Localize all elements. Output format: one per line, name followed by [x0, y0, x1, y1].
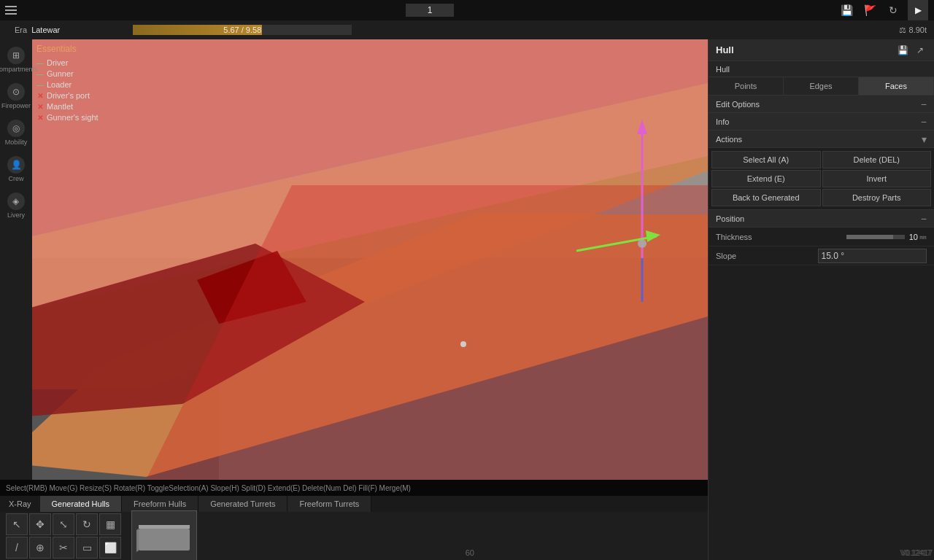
era-bar: Era Latewar 5.67 / 9.58 ⚖ 8.90t	[0, 20, 934, 39]
tool-extend[interactable]: ⊕	[29, 537, 51, 559]
action-back-to-generated[interactable]: Back to Generated	[711, 189, 821, 206]
mobility-icon: ◎	[7, 120, 25, 137]
top-center: 1	[22, 4, 838, 17]
compartments-icon: ⊞	[7, 47, 25, 64]
hull-thumbnail[interactable]	[131, 510, 197, 560]
section-info[interactable]: Info −	[709, 113, 934, 131]
thickness-label: Thickness	[716, 233, 842, 241]
bottom-tabs: X-Ray Generated Hulls Freeform Hulls Gen…	[0, 496, 708, 512]
action-extend[interactable]: Extend (E)	[711, 170, 821, 187]
tool-toggle[interactable]: ▦	[99, 513, 121, 535]
bottom-toolbar: ↖ ✥ ⤡ ↻ ▦ / ⊕ ✂ ▭ ⬜ 60	[0, 512, 708, 560]
tab-generated-turrets[interactable]: Generated Turrets	[198, 496, 287, 512]
thickness-slider-fill	[846, 235, 893, 239]
status-bar: Select(RMB) Move(G) Resize(S) Rotate(R) …	[0, 480, 708, 496]
tool-merge[interactable]: ⬜	[99, 537, 121, 559]
share-icon[interactable]: 🚩	[861, 1, 879, 19]
action-invert[interactable]: Invert	[822, 170, 932, 187]
slope-label: Slope	[716, 252, 818, 260]
firepower-icon: ⊙	[7, 83, 25, 101]
mesh-btn-edges[interactable]: Edges	[784, 77, 859, 95]
gunner-label: Gunner	[47, 69, 74, 78]
tool-move[interactable]: ✥	[29, 513, 51, 535]
save-icon[interactable]: 💾	[838, 1, 855, 19]
crew-icon: 👤	[7, 156, 25, 174]
mantlet-status-icon: ✕	[36, 103, 44, 110]
right-panel-title: Hull	[716, 44, 734, 55]
action-select-all[interactable]: Select All (A)	[711, 151, 821, 168]
thickness-unit: ㎜	[919, 232, 927, 242]
tool-rotate[interactable]: ↻	[76, 513, 98, 535]
svg-marker-18	[139, 525, 190, 529]
bottom-right-number: 60	[466, 548, 474, 557]
gunners-sight-label: Gunner's sight	[47, 113, 99, 122]
slope-row: Slope 15.0 °	[709, 246, 934, 265]
right-panel-header: Hull 💾 ↗	[709, 39, 934, 61]
left-sidebar: ⊞ Compartments ⊙ Firepower ◎ Mobility 👤 …	[0, 39, 32, 480]
sidebar-label-firepower: Firepower	[1, 102, 31, 109]
menu-button[interactable]	[0, 0, 22, 20]
sidebar-label-livery: Livery	[7, 211, 25, 219]
sidebar-item-firepower[interactable]: ⊙ Firepower	[1, 83, 31, 109]
drivers-port-status-icon: ✕	[36, 92, 44, 99]
essentials-title: Essentials	[36, 44, 159, 54]
sidebar-item-mobility[interactable]: ◎ Mobility	[5, 120, 28, 146]
section-actions[interactable]: Actions ▾	[709, 131, 934, 148]
refresh-icon[interactable]: ↻	[884, 1, 902, 19]
essentials-panel: Essentials — Driver — Gunner — Loader ✕ …	[32, 39, 163, 128]
section-position[interactable]: Position −	[709, 210, 934, 228]
progress-text: 5.67 / 9.58	[133, 25, 352, 35]
mesh-btn-faces[interactable]: Faces	[859, 77, 934, 95]
svg-point-16	[460, 341, 466, 347]
thickness-slider[interactable]	[846, 235, 905, 239]
tool-select[interactable]: ↖	[6, 513, 28, 535]
section-edit-options[interactable]: Edit Options −	[709, 96, 934, 113]
mesh-btn-points[interactable]: Points	[709, 77, 784, 95]
slope-value: 15.0 °	[822, 251, 845, 261]
status-text: Select(RMB) Move(G) Resize(S) Rotate(R) …	[6, 484, 411, 492]
tab-x-ray[interactable]: X-Ray	[0, 498, 40, 510]
position-collapse-icon: −	[921, 213, 927, 225]
hull-sub-header: Hull	[709, 61, 934, 77]
right-panel: Hull 💾 ↗ Hull Points Edges Faces Edit Op…	[708, 39, 934, 560]
progress-bar: 5.67 / 9.58	[133, 25, 352, 35]
svg-point-15	[638, 239, 647, 248]
mantlet-label: Mantlet	[47, 102, 73, 111]
tab-indicator[interactable]: 1	[406, 4, 455, 17]
top-right-icons: 💾 🚩 ↻ ▶	[838, 0, 934, 20]
gunner-status-icon: —	[36, 70, 44, 77]
sidebar-label-mobility: Mobility	[5, 139, 28, 146]
edit-options-collapse-icon: −	[921, 98, 927, 110]
loader-status-icon: —	[36, 81, 44, 88]
action-destroy-parts[interactable]: Destroy Parts	[822, 189, 932, 206]
driver-label: Driver	[47, 58, 68, 67]
tab-generated-hulls[interactable]: Generated Hulls	[40, 496, 123, 512]
thickness-row: Thickness 10 ㎜	[709, 228, 934, 246]
driver-status-icon: —	[36, 59, 44, 66]
top-bar: 1 💾 🚩 ↻ ▶	[0, 0, 934, 20]
panel-save-icon[interactable]: 💾	[896, 44, 909, 57]
action-delete[interactable]: Delete (DEL)	[822, 151, 932, 168]
info-collapse-icon: −	[921, 116, 927, 128]
tool-fill[interactable]: ▭	[76, 537, 98, 559]
livery-icon: ◈	[7, 192, 25, 210]
version-bottom: V0.12417	[900, 549, 931, 557]
tab-freeform-hulls[interactable]: Freeform Hulls	[122, 496, 198, 512]
panel-share-icon[interactable]: ↗	[914, 44, 927, 57]
svg-rect-17	[139, 529, 190, 551]
tab-freeform-turrets[interactable]: Freeform Turrets	[287, 496, 371, 512]
sidebar-item-livery[interactable]: ◈ Livery	[7, 192, 25, 219]
mesh-buttons: Points Edges Faces	[709, 77, 934, 96]
tool-resize[interactable]: ⤡	[53, 513, 74, 535]
sidebar-item-crew[interactable]: 👤 Crew	[7, 156, 25, 182]
essential-loader: — Loader	[36, 80, 159, 89]
slope-input[interactable]: 15.0 °	[818, 249, 927, 263]
essential-driver: — Driver	[36, 58, 159, 67]
weight-icon: ⚖	[899, 26, 906, 35]
sidebar-label-crew: Crew	[8, 175, 23, 182]
panel-header-icons: 💾 ↗	[896, 44, 927, 57]
tool-slope[interactable]: /	[6, 537, 28, 559]
weight-info: ⚖ 8.90t	[899, 26, 927, 35]
tool-split[interactable]: ✂	[53, 537, 74, 559]
play-button[interactable]: ▶	[908, 0, 928, 20]
